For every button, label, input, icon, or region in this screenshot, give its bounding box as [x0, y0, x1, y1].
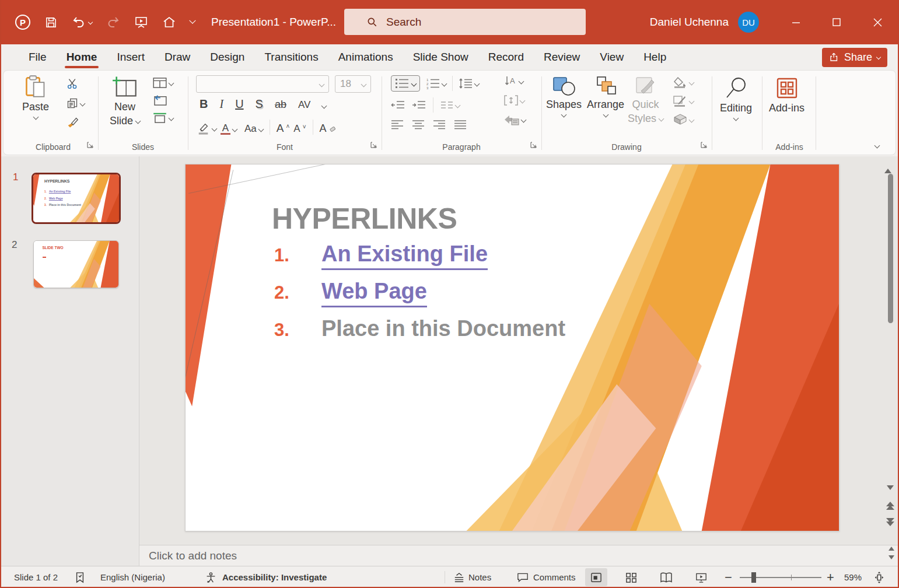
zoom-out-button[interactable]: − — [725, 566, 732, 588]
format-painter-button[interactable] — [67, 117, 85, 129]
bullets-button[interactable] — [391, 75, 420, 92]
zoom-slider-thumb[interactable] — [751, 572, 756, 583]
font-color-button[interactable]: A — [221, 124, 237, 135]
slide-layout-button[interactable] — [153, 78, 173, 88]
maximize-button[interactable] — [816, 0, 857, 44]
slide-show-view-button[interactable] — [690, 568, 712, 586]
scroll-up-arrow[interactable] — [884, 159, 891, 173]
decrease-font-size-button[interactable]: A˅ — [293, 123, 306, 135]
bold-button[interactable]: B — [200, 97, 208, 111]
collapse-ribbon-chevron-icon[interactable] — [874, 143, 880, 149]
previous-slide-button[interactable] — [884, 502, 896, 510]
arrange-button[interactable]: Arrange — [587, 76, 624, 117]
shape-effects-button[interactable] — [673, 114, 694, 125]
tab-transitions[interactable]: Transitions — [254, 44, 328, 70]
convert-smartart-button[interactable] — [504, 114, 526, 125]
clear-formatting-button[interactable]: A — [320, 123, 336, 135]
accessibility-button[interactable]: Accessibility: Investigate — [205, 566, 327, 588]
current-slide[interactable]: HYPERLINKS 1. An Existing File 2. Web Pa… — [185, 164, 839, 531]
scroll-down-arrow[interactable] — [887, 485, 894, 490]
save-button[interactable] — [44, 16, 58, 29]
slide-title[interactable]: HYPERLINKS — [272, 202, 457, 236]
list-item-place-in-document[interactable]: Place in this Document — [321, 316, 565, 341]
font-dialog-launcher[interactable] — [370, 140, 377, 150]
undo-dropdown-chevron-icon[interactable] — [88, 20, 93, 24]
scrollbar-thumb[interactable] — [888, 174, 893, 323]
italic-button[interactable]: I — [219, 97, 223, 111]
notes-pane[interactable]: Click to add notes — [139, 545, 898, 566]
character-spacing-button[interactable]: AV — [298, 99, 310, 111]
tab-slide-show[interactable]: Slide Show — [403, 44, 478, 70]
new-slide-button[interactable]: New Slide — [110, 75, 140, 127]
undo-button[interactable] — [72, 15, 92, 29]
slide-sorter-view-button[interactable] — [620, 568, 642, 586]
hyperlink-web-page[interactable]: Web Page — [321, 279, 427, 307]
close-button[interactable] — [857, 0, 898, 44]
fit-slide-to-window-button[interactable] — [873, 566, 886, 588]
text-direction-button[interactable]: A — [504, 75, 526, 87]
text-shadow-button[interactable]: S — [256, 97, 263, 111]
tab-view[interactable]: View — [590, 44, 634, 70]
align-left-button[interactable] — [391, 120, 404, 130]
minimize-button[interactable] — [775, 0, 816, 44]
tab-review[interactable]: Review — [534, 44, 590, 70]
user-name[interactable]: Daniel Uchenna — [650, 16, 729, 29]
zoom-slider[interactable] — [740, 577, 821, 578]
slide-1-thumbnail[interactable]: HYPERLINKS 1.An Existing File 2.Web Page… — [32, 173, 121, 224]
zoom-in-button[interactable]: + — [827, 566, 834, 588]
align-right-button[interactable] — [433, 120, 446, 130]
redo-button[interactable] — [106, 15, 120, 29]
copy-button[interactable] — [67, 97, 85, 109]
shapes-button[interactable]: Shapes — [546, 76, 582, 117]
quick-styles-button[interactable]: Quick Styles — [628, 76, 663, 124]
tab-animations[interactable]: Animations — [328, 44, 403, 70]
paragraph-dialog-launcher[interactable] — [530, 140, 537, 150]
spell-check-button[interactable] — [75, 566, 85, 588]
tab-design[interactable]: Design — [200, 44, 254, 70]
font-size-combobox[interactable]: 18 — [335, 75, 371, 93]
slide-2-thumbnail[interactable]: SLIDE TWO — [33, 240, 119, 288]
reset-slide-button[interactable] — [153, 95, 173, 106]
share-button[interactable]: Share — [822, 48, 887, 67]
change-case-button[interactable]: Aa — [244, 123, 263, 135]
clipboard-dialog-launcher[interactable] — [87, 140, 93, 150]
tab-insert[interactable]: Insert — [107, 44, 155, 70]
zoom-percentage[interactable]: 59% — [844, 566, 862, 588]
home-button[interactable] — [162, 15, 176, 29]
underline-button[interactable]: U — [235, 97, 243, 111]
comments-button[interactable]: Comments — [517, 566, 576, 588]
reading-view-button[interactable] — [655, 568, 677, 586]
font-name-combobox[interactable] — [196, 75, 329, 93]
paste-button[interactable]: Paste — [22, 75, 49, 119]
columns-button[interactable] — [440, 100, 460, 110]
avatar[interactable]: DU — [738, 12, 759, 33]
tab-home[interactable]: Home — [57, 44, 107, 70]
numbering-button[interactable]: 123 — [426, 78, 446, 89]
hyperlink-an-existing-file[interactable]: An Existing File — [321, 242, 488, 270]
increase-indent-button[interactable] — [412, 100, 426, 110]
drawing-dialog-launcher[interactable] — [701, 140, 707, 150]
start-slideshow-button[interactable] — [134, 15, 148, 29]
notes-scroll-up-arrow[interactable] — [888, 547, 894, 551]
notes-scroll-down-arrow[interactable] — [888, 555, 894, 559]
highlight-color-button[interactable] — [197, 122, 216, 135]
tab-draw[interactable]: Draw — [155, 44, 200, 70]
customize-toolbar-chevron-icon[interactable] — [189, 18, 195, 24]
justify-button[interactable] — [454, 120, 467, 130]
addins-button[interactable]: Add-ins — [769, 76, 804, 114]
language-button[interactable]: English (Nigeria) — [100, 566, 165, 588]
normal-view-button[interactable] — [585, 568, 607, 586]
cut-button[interactable] — [67, 78, 85, 90]
powerpoint-logo-icon[interactable]: P — [15, 15, 30, 30]
search-input[interactable]: Search — [344, 9, 586, 35]
shape-outline-button[interactable] — [673, 95, 694, 107]
notes-toggle-button[interactable]: Notes — [453, 566, 491, 588]
tab-help[interactable]: Help — [634, 44, 676, 70]
decrease-indent-button[interactable] — [391, 100, 405, 110]
increase-font-size-button[interactable]: A˄ — [277, 122, 290, 135]
tab-file[interactable]: File — [19, 44, 57, 70]
tab-record[interactable]: Record — [478, 44, 534, 70]
align-text-button[interactable] — [504, 94, 526, 106]
shape-fill-button[interactable] — [673, 76, 694, 88]
section-button[interactable] — [153, 113, 173, 123]
